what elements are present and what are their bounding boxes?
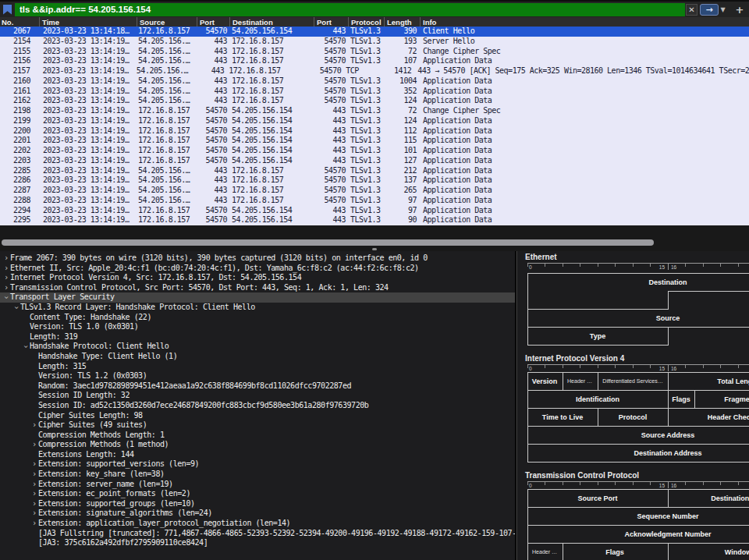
detail-line[interactable]: Handshake Type: Client Hello (1) [0, 352, 515, 362]
packet-row[interactable]: 2162 2023-03-23 13:14:19… 54.205.156.… 4… [0, 96, 749, 106]
detail-line[interactable]: › Compression Methods (1 method) [0, 440, 515, 450]
expand-arrow-icon[interactable] [30, 391, 38, 401]
expand-arrow-icon[interactable]: › [2, 283, 10, 293]
detail-line[interactable]: › Extension: supported_groups (len=10) [0, 499, 515, 509]
packet-row[interactable]: 2294 2023-03-23 13:14:19… 172.16.8.157 5… [0, 206, 749, 216]
packet-row[interactable]: 2203 2023-03-23 13:14:19… 172.16.8.157 5… [0, 156, 749, 166]
expand-arrow-icon[interactable] [22, 332, 30, 342]
expand-arrow-icon[interactable] [30, 352, 38, 362]
expand-arrow-icon[interactable] [30, 538, 38, 548]
expand-arrow-icon[interactable]: › [12, 303, 22, 311]
detail-line[interactable]: [JA3: 375c6162a492dfbf2795909110ce8424] [0, 538, 515, 548]
packet-row[interactable]: 2160 2023-03-23 13:14:19… 54.205.156.… 4… [0, 76, 749, 87]
expand-arrow-icon[interactable]: › [2, 264, 10, 274]
expand-arrow-icon[interactable] [30, 371, 38, 381]
detail-line[interactable]: › Extension: key_share (len=38) [0, 470, 515, 480]
packet-row[interactable]: 2156 2023-03-23 13:14:19… 54.205.156.… 4… [0, 56, 749, 66]
expand-arrow-icon[interactable]: › [30, 489, 38, 499]
detail-line[interactable]: [JA3 Fullstring [truncated]: 771,4867-48… [0, 529, 515, 539]
detail-line[interactable]: Extensions Length: 144 [0, 450, 515, 460]
expand-arrow-icon[interactable]: › [2, 253, 10, 264]
column-header-destination[interactable]: Destination [229, 17, 314, 27]
packet-row[interactable]: 2287 2023-03-23 13:14:19… 54.205.156.… 4… [0, 186, 749, 196]
expand-arrow-icon[interactable] [30, 381, 38, 392]
expand-arrow-icon[interactable] [30, 450, 38, 460]
expand-arrow-icon[interactable]: › [30, 470, 38, 480]
detail-line[interactable]: › Extension: signature_algorithms (len=2… [0, 509, 515, 519]
expand-arrow-icon[interactable]: › [2, 294, 12, 302]
expand-arrow-icon[interactable]: › [2, 273, 10, 283]
detail-line[interactable]: Compression Methods Length: 1 [0, 431, 515, 441]
detail-line[interactable]: › Extension: application_layer_protocol_… [0, 519, 515, 529]
expand-arrow-icon[interactable]: › [21, 343, 31, 351]
detail-line[interactable]: Content Type: Handshake (22) [0, 313, 515, 323]
field-source-box[interactable] [527, 291, 749, 327]
detail-line[interactable]: › Frame 2067: 390 bytes on wire (3120 bi… [0, 253, 515, 264]
column-header-time[interactable]: Time [39, 17, 137, 27]
expand-arrow-icon[interactable]: › [30, 519, 38, 529]
detail-line[interactable]: › Cipher Suites (49 suites) [0, 420, 515, 431]
detail-line[interactable]: › Extension: server_name (len=19) [0, 480, 515, 490]
detail-line[interactable]: Session ID: ad52c1350d3260d7ece246878492… [0, 401, 515, 411]
detail-line[interactable]: Length: 315 [0, 362, 515, 372]
display-filter-input[interactable] [15, 3, 685, 16]
packet-row[interactable]: 2201 2023-03-23 13:14:19… 172.16.8.157 5… [0, 136, 749, 146]
detail-line[interactable]: › Internet Protocol Version 4, Src: 172.… [0, 273, 515, 283]
packet-row[interactable]: 2067 2023-03-23 13:14:18… 172.16.8.157 5… [0, 27, 749, 37]
packet-row[interactable]: 2161 2023-03-23 13:14:19… 54.205.156.… 4… [0, 87, 749, 97]
packet-row[interactable]: 2157 2023-03-23 13:14:19… 54.205.156.… 4… [0, 66, 749, 76]
bookmark-icon[interactable] [3, 5, 12, 15]
detail-line[interactable]: Length: 319 [0, 332, 515, 342]
expand-arrow-icon[interactable]: › [30, 420, 38, 431]
detail-line[interactable]: Random: 3aec1d978289899451e412aeaa1a92c6… [0, 381, 515, 392]
detail-line[interactable]: Cipher Suites Length: 98 [0, 411, 515, 421]
expand-arrow-icon[interactable]: › [30, 509, 38, 519]
column-header-source[interactable]: Source [137, 17, 197, 27]
expand-arrow-icon[interactable]: › [30, 459, 38, 470]
horizontal-scrollbar-thumb[interactable] [2, 239, 654, 246]
expand-arrow-icon[interactable] [30, 411, 38, 421]
filter-dropdown-caret[interactable]: ▼ [719, 4, 727, 16]
detail-line[interactable]: Version: TLS 1.2 (0x0303) [0, 371, 515, 381]
column-header-length[interactable]: Length [384, 17, 420, 27]
packet-row[interactable]: 2198 2023-03-23 13:14:19… 172.16.8.157 5… [0, 106, 749, 116]
expand-arrow-icon[interactable] [30, 401, 38, 411]
splitter-drag-handle[interactable] [372, 248, 377, 250]
packet-row[interactable]: 2154 2023-03-23 13:14:19… 54.205.156.… 4… [0, 37, 749, 47]
apply-filter-button[interactable]: → [700, 4, 719, 16]
detail-line[interactable]: › Handshake Protocol: Client Hello [0, 342, 515, 352]
column-header-src-port[interactable]: Port [197, 17, 229, 27]
expand-arrow-icon[interactable] [30, 529, 38, 539]
column-header-info[interactable]: Info [420, 17, 749, 27]
detail-line[interactable]: › Extension: ec_point_formats (len=2) [0, 489, 515, 499]
expand-arrow-icon[interactable] [30, 431, 38, 441]
detail-line[interactable]: › Transport Layer Security [0, 292, 515, 303]
column-header-protocol[interactable]: Protocol [348, 17, 384, 27]
expand-arrow-icon[interactable] [30, 362, 38, 372]
expand-arrow-icon[interactable]: › [30, 480, 38, 490]
detail-line[interactable]: › TLSv1.3 Record Layer: Handshake Protoc… [0, 303, 515, 313]
packet-row[interactable]: 2199 2023-03-23 13:14:19… 172.16.8.157 5… [0, 116, 749, 126]
packet-row[interactable]: 2155 2023-03-23 13:14:19… 54.205.156.… 4… [0, 47, 749, 57]
expand-arrow-icon[interactable] [22, 322, 30, 332]
field-source-address-box[interactable] [527, 426, 749, 444]
packet-row[interactable]: 2288 2023-03-23 13:14:19… 54.205.156.… 4… [0, 196, 749, 206]
detail-line[interactable]: › Extension: supported_versions (len=9) [0, 459, 515, 470]
expand-arrow-icon[interactable] [22, 313, 30, 323]
packet-row[interactable]: 2295 2023-03-23 13:14:19… 172.16.8.157 5… [0, 215, 749, 225]
detail-line[interactable]: › Transmission Control Protocol, Src Por… [0, 283, 515, 293]
packet-row[interactable]: 2286 2023-03-23 13:14:19… 54.205.156.… 4… [0, 175, 749, 186]
packet-row[interactable]: 2202 2023-03-23 13:14:19… 172.16.8.157 5… [0, 146, 749, 156]
column-header-dst-port[interactable]: Port [314, 17, 348, 27]
detail-line[interactable]: Session ID Length: 32 [0, 391, 515, 401]
column-header-no[interactable]: No. [0, 17, 39, 27]
clear-filter-button[interactable]: ✕ [686, 4, 698, 16]
detail-line[interactable]: Version: TLS 1.0 (0x0301) [0, 322, 515, 332]
expand-arrow-icon[interactable]: › [30, 440, 38, 450]
add-filter-button[interactable]: + [733, 4, 746, 16]
detail-line[interactable]: › Ethernet II, Src: Apple_20:4c:f1 (bc:d… [0, 264, 515, 274]
cell-protocol: TLSv1.3 [348, 87, 384, 97]
expand-arrow-icon[interactable]: › [30, 499, 38, 509]
packet-row[interactable]: 2285 2023-03-23 13:14:19… 54.205.156.… 4… [0, 166, 749, 176]
packet-row[interactable]: 2200 2023-03-23 13:14:19… 172.16.8.157 5… [0, 126, 749, 136]
